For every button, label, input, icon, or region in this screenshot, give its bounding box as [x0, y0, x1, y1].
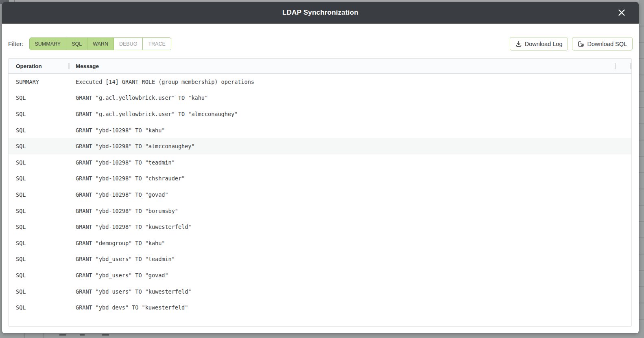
log-row[interactable]: SQL GRANT "ybd_devs" TO "kuwesterfeld"	[9, 299, 631, 316]
log-table-header: Operation Message	[9, 59, 631, 74]
log-row-operation: SUMMARY	[9, 79, 69, 85]
log-row-operation: SQL	[9, 191, 69, 198]
log-row-message: GRANT "ybd-10298" TO "borumsby"	[69, 208, 631, 214]
log-row[interactable]: SQL GRANT "g.acl.yellowbrick.user" TO "a…	[9, 106, 631, 122]
toolbar: Filter: SUMMARYSQLWARNDEBUGTRACE Downloa…	[8, 37, 633, 50]
log-row[interactable]: SQL GRANT "ybd-10298" TO "almcconaughey"	[9, 138, 631, 154]
backdrop-column-line	[43, 333, 44, 338]
log-row-message: GRANT "ybd-10298" TO "teadmin"	[69, 159, 631, 166]
log-row-operation: SQL	[9, 288, 69, 295]
column-header-operation[interactable]: Operation	[9, 63, 69, 69]
download-sql-button[interactable]: Download SQL	[572, 37, 633, 50]
filter-toggle-trace[interactable]: TRACE	[142, 38, 170, 50]
filter-toggle-warn[interactable]: WARN	[87, 38, 114, 50]
log-row-operation: SQL	[9, 208, 69, 214]
filter-toggle-summary[interactable]: SUMMARY	[30, 38, 66, 50]
log-row-operation: SQL	[9, 143, 69, 149]
log-row-message: GRANT "ybd-10298" TO "kahu"	[69, 127, 631, 134]
log-table: Operation Message SUMMARY Executed [14] …	[8, 58, 632, 327]
download-log-button[interactable]: Download Log	[510, 37, 568, 50]
backdrop-text-fragment	[59, 334, 66, 336]
column-resize-handle[interactable]	[68, 63, 70, 69]
log-row-message: Executed [14] GRANT ROLE (group membersh…	[69, 79, 631, 85]
log-row-operation: SQL	[9, 159, 69, 166]
log-row[interactable]: SQL GRANT "ybd-10298" TO "teadmin"	[9, 154, 631, 171]
download-sql-label: Download SQL	[587, 41, 627, 47]
log-row-message: GRANT "ybd-10298" TO "chshrauder"	[69, 175, 631, 182]
log-row[interactable]: SQL GRANT "ybd_users" TO "kuwesterfeld"	[9, 283, 631, 300]
export-icon	[578, 41, 584, 47]
log-row-operation: SQL	[9, 240, 69, 246]
column-header-message[interactable]: Message	[69, 63, 615, 69]
close-icon[interactable]	[617, 8, 627, 18]
log-row[interactable]: SUMMARY Executed [14] GRANT ROLE (group …	[9, 74, 631, 90]
log-row-message: GRANT "demogroup" TO "kahu"	[69, 240, 631, 246]
modal-header: LDAP Synchronization	[2, 2, 639, 24]
column-resize-handle[interactable]	[630, 63, 631, 69]
log-row[interactable]: SQL GRANT "ybd_users" TO "govad"	[9, 267, 631, 283]
log-row-operation: SQL	[9, 127, 69, 134]
log-row-message: GRANT "ybd-10298" TO "govad"	[69, 191, 631, 198]
backdrop-bottom-strip	[0, 333, 644, 338]
backdrop-right-table-rows	[639, 0, 644, 338]
log-row[interactable]: SQL GRANT "ybd-10298" TO "chshrauder"	[9, 171, 631, 187]
log-row[interactable]: SQL GRANT "ybd-10298" TO "govad"	[9, 187, 631, 203]
log-row-message: GRANT "ybd_users" TO "teadmin"	[69, 256, 631, 262]
modal-body: Filter: SUMMARYSQLWARNDEBUGTRACE Downloa…	[2, 24, 639, 333]
log-row-message: GRANT "ybd-10298" TO "kuwesterfeld"	[69, 224, 631, 230]
ldap-sync-modal: LDAP Synchronization Filter: SUMMARYSQLW…	[2, 2, 639, 333]
log-row-operation: SQL	[9, 175, 69, 182]
log-row-operation: SQL	[9, 272, 69, 279]
log-row[interactable]: SQL GRANT "demogroup" TO "kahu"	[9, 235, 631, 251]
log-row-operation: SQL	[9, 256, 69, 262]
backdrop-text-fragment	[102, 334, 109, 336]
log-row-message: GRANT "ybd-10298" TO "almcconaughey"	[69, 143, 631, 149]
log-row[interactable]: SQL GRANT "ybd-10298" TO "borumsby"	[9, 203, 631, 219]
log-table-body: SUMMARY Executed [14] GRANT ROLE (group …	[9, 74, 631, 316]
log-row-message: GRANT "g.acl.yellowbrick.user" TO "almcc…	[69, 111, 631, 117]
log-row-message: GRANT "g.acl.yellowbrick.user" TO "kahu"	[69, 94, 631, 101]
log-row[interactable]: SQL GRANT "ybd-10298" TO "kahu"	[9, 122, 631, 138]
log-row-operation: SQL	[9, 94, 69, 101]
log-row[interactable]: SQL GRANT "g.acl.yellowbrick.user" TO "k…	[9, 90, 631, 106]
log-row[interactable]: SQL GRANT "ybd_users" TO "teadmin"	[9, 251, 631, 268]
log-row-message: GRANT "ybd_devs" TO "kuwesterfeld"	[69, 304, 631, 311]
log-row-operation: SQL	[9, 224, 69, 230]
filter-label: Filter:	[8, 40, 24, 47]
backdrop-column-line	[24, 333, 25, 338]
log-row[interactable]: SQL GRANT "ybd-10298" TO "kuwesterfeld"	[9, 219, 631, 235]
filter-segmented-control: SUMMARYSQLWARNDEBUGTRACE	[29, 37, 171, 50]
modal-title: LDAP Synchronization	[282, 9, 358, 17]
filter-toggle-debug[interactable]: DEBUG	[114, 38, 142, 50]
download-icon	[515, 41, 522, 47]
log-row-message: GRANT "ybd_users" TO "kuwesterfeld"	[69, 288, 631, 295]
download-log-label: Download Log	[525, 41, 563, 47]
column-resize-handle[interactable]	[615, 63, 616, 69]
log-row-message: GRANT "ybd_users" TO "govad"	[69, 272, 631, 279]
backdrop-text-fragment	[80, 334, 85, 336]
log-row-operation: SQL	[9, 304, 69, 311]
log-row-operation: SQL	[9, 111, 69, 117]
filter-toggle-sql[interactable]: SQL	[66, 38, 87, 50]
